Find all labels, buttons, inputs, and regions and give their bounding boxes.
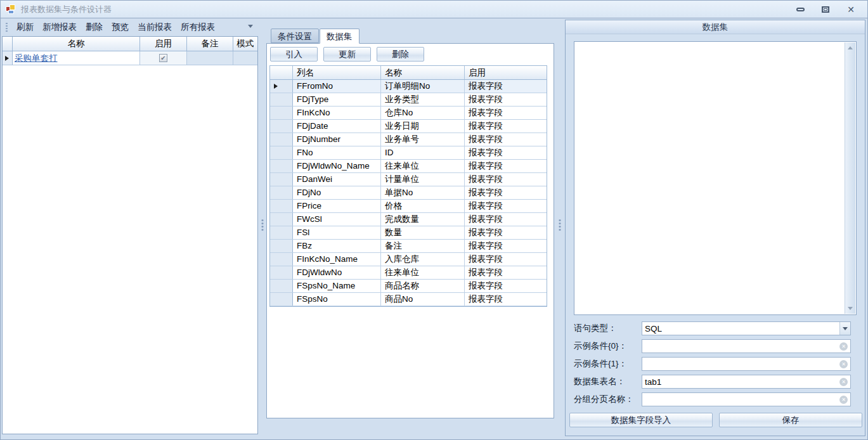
import-button[interactable]: 引入	[270, 47, 318, 61]
sample-condition-0-row: 示例条件{0}：✕	[574, 337, 857, 355]
field-row[interactable]: FInKcNo_Name入库仓库报表字段	[270, 253, 547, 266]
field-row-selector	[270, 107, 293, 119]
field-colname-cell: FDanWei	[293, 173, 381, 186]
field-colname-cell: FSl	[293, 226, 381, 239]
field-row-selector	[270, 146, 293, 159]
field-row[interactable]: FDanWei计量单位报表字段	[270, 173, 547, 186]
field-row[interactable]: FBz备注报表字段	[270, 240, 547, 253]
field-row[interactable]: FDjDate业务日期报表字段	[270, 120, 547, 133]
field-colname-cell: FInKcNo_Name	[293, 253, 381, 266]
field-row[interactable]: FWcSl完成数量报表字段	[270, 213, 547, 226]
tab-dataset[interactable]: 数据集	[320, 29, 360, 44]
scroll-down-icon[interactable]	[845, 303, 855, 314]
sql-text-area[interactable]	[574, 41, 857, 315]
reports-header-selector	[3, 37, 13, 51]
sample-condition-1-input[interactable]	[642, 358, 839, 370]
reports-header-enabled[interactable]: 启用	[140, 37, 187, 51]
field-enabled-cell: 报表字段	[465, 226, 547, 239]
scroll-up-icon[interactable]	[845, 42, 855, 53]
field-row[interactable]: FNoID报表字段	[270, 146, 547, 160]
field-row[interactable]: FSl数量报表字段	[270, 226, 547, 240]
field-row-selector	[270, 213, 293, 226]
field-row-selector	[270, 200, 293, 212]
report-name-cell: 采购单套打	[13, 51, 140, 65]
enabled-checkbox[interactable]: ✔	[159, 54, 167, 62]
toolbar-item-preview[interactable]: 预览	[107, 20, 133, 35]
field-row-selector	[270, 226, 293, 239]
field-name-cell: ID	[381, 146, 465, 159]
field-name-cell: 商品No	[381, 293, 465, 306]
field-row[interactable]: FDjNumber业务单号报表字段	[270, 133, 547, 146]
field-row-selector	[270, 160, 293, 172]
group-page-name-input[interactable]	[642, 393, 839, 406]
close-icon[interactable]: ✕	[846, 5, 856, 14]
reports-header-mode[interactable]: 模式	[233, 37, 257, 51]
dataset-group-panel: 数据集 语句类型：示例条件{0}：✕示例条件{1}：✕数据集表名：✕分组分页名称…	[565, 20, 865, 436]
report-row[interactable]: 采购单套打 ✔	[3, 51, 257, 65]
field-row-selector	[270, 120, 293, 133]
group-page-name-row: 分组分页名称：✕	[574, 391, 857, 408]
toolbar-item-refresh[interactable]: 刷新	[12, 20, 38, 35]
field-name-cell: 商品名称	[381, 280, 465, 292]
toolbar-item-delete[interactable]: 删除	[81, 20, 107, 35]
field-name-cell: 往来单位	[381, 160, 465, 172]
report-enabled-cell: ✔	[140, 51, 187, 65]
toolbar-grip-icon[interactable]	[6, 22, 8, 32]
delete-button[interactable]: 删除	[377, 47, 424, 61]
toolbar-dropdown-arrow-icon[interactable]	[248, 25, 253, 28]
field-row[interactable]: FDjWldwNo往来单位报表字段	[270, 266, 547, 280]
field-colname-cell: FInKcNo	[293, 107, 381, 119]
toolbar-item-current-report[interactable]: 当前报表	[133, 20, 176, 35]
splitter-left[interactable]	[258, 36, 266, 439]
vertical-scrollbar[interactable]	[845, 42, 855, 314]
field-colname-cell: FSpsNo_Name	[293, 280, 381, 292]
report-link[interactable]: 采购单套打	[13, 51, 58, 65]
minimize-icon[interactable]	[795, 5, 805, 14]
field-colname-cell: FDjWldwNo	[293, 266, 381, 279]
sample-condition-0-clear-icon[interactable]: ✕	[839, 342, 848, 351]
toolbar-item-new-report[interactable]: 新增报表	[38, 20, 81, 35]
dataset-tab-panel: 引入 更新 删除 列名 名称 启用 FFromNo订单明细No报表字段FD	[266, 43, 554, 418]
field-name-cell: 计量单位	[381, 173, 465, 186]
field-row[interactable]: FDjWldwNo_Name往来单位报表字段	[270, 160, 547, 173]
field-enabled-cell: 报表字段	[465, 266, 547, 279]
maximize-icon[interactable]	[820, 5, 831, 14]
field-row[interactable]: FSpsNo_Name商品名称报表字段	[270, 280, 547, 293]
field-row[interactable]: FInKcNo仓库No报表字段	[270, 107, 547, 120]
reports-header-note[interactable]: 备注	[187, 37, 233, 51]
toolbar-item-all-reports[interactable]: 所有报表	[176, 20, 219, 35]
field-name-cell: 价格	[381, 200, 465, 212]
statement-type-dropdown-arrow-icon[interactable]	[839, 322, 850, 335]
group-page-name-clear-icon[interactable]: ✕	[839, 396, 848, 404]
dataset-table-name-row: 数据集表名：✕	[574, 373, 857, 391]
fields-header-colname[interactable]: 列名	[293, 66, 381, 79]
field-row[interactable]: FDjType业务类型报表字段	[270, 93, 547, 107]
splitter-grip-icon	[559, 219, 561, 231]
field-row[interactable]: FPrice价格报表字段	[270, 200, 547, 213]
import-dataset-fields-button[interactable]: 数据集字段导入	[569, 413, 713, 427]
field-colname-cell: FDjDate	[293, 120, 381, 133]
dataset-table-name-clear-icon[interactable]: ✕	[839, 378, 848, 386]
update-button[interactable]: 更新	[323, 47, 371, 61]
sample-condition-0-input[interactable]	[642, 340, 839, 353]
field-row[interactable]: FSpsNo商品No报表字段	[270, 293, 547, 306]
field-enabled-cell: 报表字段	[465, 160, 547, 172]
field-colname-cell: FBz	[293, 240, 381, 252]
field-row[interactable]: FDjNo单据No报表字段	[270, 186, 547, 200]
dataset-table-name-input[interactable]	[642, 375, 839, 388]
statement-type-input[interactable]	[642, 322, 839, 335]
splitter-right[interactable]	[555, 36, 565, 439]
field-name-cell: 业务日期	[381, 120, 465, 133]
sample-condition-1-clear-icon[interactable]: ✕	[839, 360, 848, 368]
field-row[interactable]: FFromNo订单明细No报表字段	[270, 80, 547, 93]
sample-condition-1-field: ✕	[642, 357, 851, 371]
reports-header-name[interactable]: 名称	[13, 37, 140, 51]
fields-header-name[interactable]: 名称	[381, 66, 465, 79]
statement-type-label: 语句类型：	[574, 323, 642, 334]
group-page-name-label: 分组分页名称：	[574, 394, 642, 405]
field-colname-cell: FDjNo	[293, 186, 381, 199]
tab-condition-settings[interactable]: 条件设置	[271, 29, 319, 43]
fields-header-enabled[interactable]: 启用	[465, 66, 547, 79]
field-row-selector	[270, 266, 293, 279]
save-button[interactable]: 保存	[719, 413, 862, 427]
